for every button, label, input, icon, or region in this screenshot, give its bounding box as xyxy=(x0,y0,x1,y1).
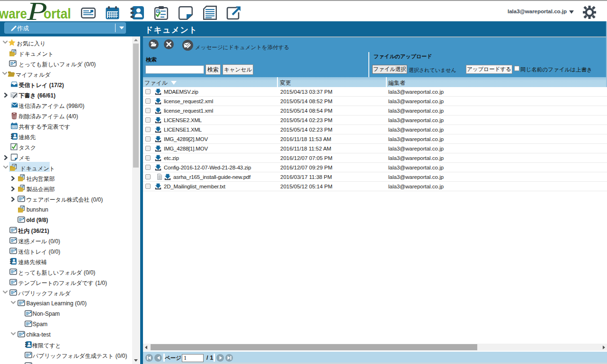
svg-text:ortal: ortal xyxy=(44,6,71,21)
svg-text:ware: ware xyxy=(0,6,27,21)
svg-text:P: P xyxy=(27,1,47,22)
